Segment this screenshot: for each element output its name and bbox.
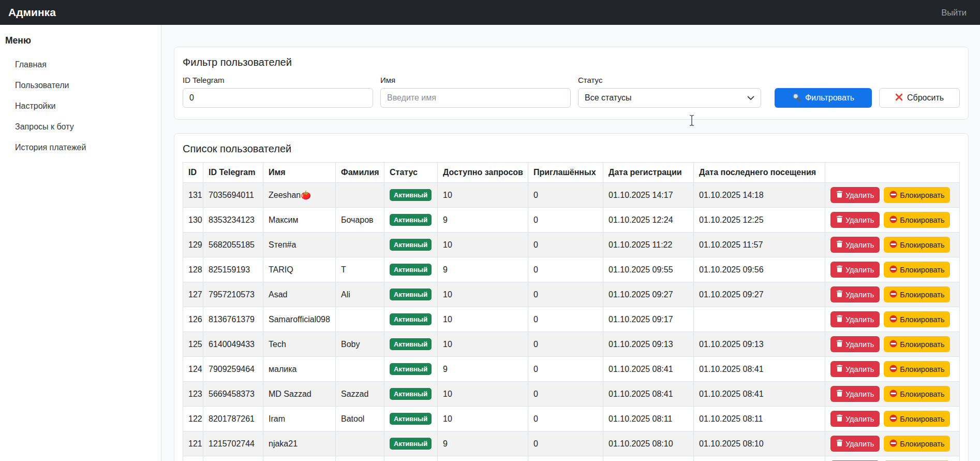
delete-button[interactable]: Удалить [830,187,880,203]
cell-surname [336,183,384,208]
cell-surname [336,233,384,257]
filter-card: Фильтр пользователей ID Telegram Имя Ста… [174,47,969,120]
cell-surname: Ali [336,282,384,307]
block-button[interactable]: Блокировать [884,436,950,452]
name-input[interactable] [380,88,571,108]
cell-invited: 0 [528,307,603,332]
cell-telegram-id: 8201787261 [203,407,263,431]
content-area: Фильтр пользователей ID Telegram Имя Ста… [161,25,980,461]
table-row: 123 5669458373 MD Sazzad Sazzad Активный… [183,382,960,407]
cell-requests: 9 [438,357,528,382]
cell-requests: 10 [438,332,528,357]
block-button[interactable]: Блокировать [884,411,950,427]
status-badge: Активный [390,189,432,201]
cell-registered: 01.10.2025 12:24 [603,208,694,233]
cell-surname [336,431,384,456]
delete-button[interactable]: Удалить [830,311,880,327]
cell-surname [336,357,384,382]
cell-telegram-id: 8353234123 [203,208,263,233]
sidebar-item-home[interactable]: Главная [0,54,161,75]
cell-telegram-id: 5682055185 [203,233,263,257]
no-entry-icon [889,215,897,225]
sidebar-item-settings[interactable]: Настройки [0,96,161,117]
top-navbar: Админка Выйти [0,0,980,25]
block-button[interactable]: Блокировать [884,212,950,228]
col-status: Статус [384,163,438,183]
cell-invited: 0 [528,357,603,382]
cell-registered: 01.10.2025 08:11 [603,407,694,431]
cell-surname: Бочаров [336,208,384,233]
status-select[interactable]: Все статусы [578,88,761,108]
cell-id: 120 [183,456,203,461]
telegram-id-label: ID Telegram [183,76,373,84]
cell-actions: Удалить Блокировать [825,257,960,282]
cell-last-visit [694,307,825,332]
block-button[interactable]: Блокировать [884,336,950,352]
cell-name: Asad [263,282,336,307]
block-button[interactable]: Блокировать [884,262,950,278]
block-button[interactable]: Блокировать [884,187,950,203]
sidebar-item-payment-history[interactable]: История платежей [0,137,161,158]
delete-button[interactable]: Удалить [830,262,880,278]
trash-icon [836,414,843,423]
trash-icon [836,340,843,349]
cell-status: Активный [384,282,438,307]
cell-status: Активный [384,208,438,233]
delete-button[interactable]: Удалить [830,361,880,377]
delete-button[interactable]: Удалить [830,237,880,253]
cell-surname [336,456,384,461]
cell-last-visit: 01.10.2025 12:25 [694,208,825,233]
block-button[interactable]: Блокировать [884,286,950,302]
col-name: Имя [263,163,336,183]
cell-actions: Удалить Блокировать [825,183,960,208]
no-entry-icon [889,315,897,324]
col-surname: Фамилия [336,163,384,183]
status-field: Статус Все статусы [578,76,761,108]
table-row: 125 6140049433 Tech Boby Активный 10 0 0… [183,332,960,357]
cell-registered: 01.10.2025 14:17 [603,183,694,208]
sidebar-item-bot-requests[interactable]: Запросы к боту [0,117,161,137]
reset-button[interactable]: Сбросить [879,88,960,108]
delete-button[interactable]: Удалить [830,336,880,352]
cell-id: 127 [183,282,203,307]
block-button[interactable]: Блокировать [884,311,950,327]
sidebar-menu-title: Меню [0,32,161,54]
logout-link[interactable]: Выйти [941,8,967,18]
cell-actions: Удалить Блокировать [825,382,960,407]
block-button[interactable]: Блокировать [884,386,950,402]
delete-button[interactable]: Удалить [830,436,880,452]
cell-actions: Удалить Блокировать [825,407,960,431]
block-button[interactable]: Блокировать [884,361,950,377]
cell-actions: Удалить Блокировать [825,357,960,382]
telegram-id-field: ID Telegram [183,76,373,108]
chevron-down-icon [747,93,754,103]
cell-invited: 0 [528,431,603,456]
filter-button[interactable]: Фильтровать [775,88,872,108]
col-invited: Приглашённых [528,163,603,183]
no-entry-icon [889,191,897,200]
cell-surname: Batool [336,407,384,431]
delete-button[interactable]: Удалить [830,386,880,402]
sidebar-item-users[interactable]: Пользователи [0,75,161,96]
block-button[interactable]: Блокировать [884,237,950,253]
telegram-id-input[interactable] [183,88,373,108]
table-row: 127 7957210573 Asad Ali Активный 10 0 01… [183,282,960,307]
cell-name: MD Sazzad [263,382,336,407]
delete-button[interactable]: Удалить [830,411,880,427]
table-row: 130 8353234123 Максим Бочаров Активный 9… [183,208,960,233]
cell-requests: 9 [438,208,528,233]
delete-button[interactable]: Удалить [830,212,880,228]
no-entry-icon [889,290,897,299]
cell-id: 121 [183,431,203,456]
no-entry-icon [889,340,897,349]
cell-registered: 01.10.2025 09:55 [603,257,694,282]
cell-status: Активный [384,456,438,461]
search-icon [792,93,801,104]
cell-last-visit: 01.10.2025 08:41 [694,382,825,407]
no-entry-icon [889,414,897,424]
cell-telegram-id: 6140049433 [203,332,263,357]
cell-requests: 10 [438,233,528,257]
delete-button[interactable]: Удалить [830,286,880,302]
cell-status: Активный [384,332,438,357]
status-badge: Активный [390,289,432,300]
